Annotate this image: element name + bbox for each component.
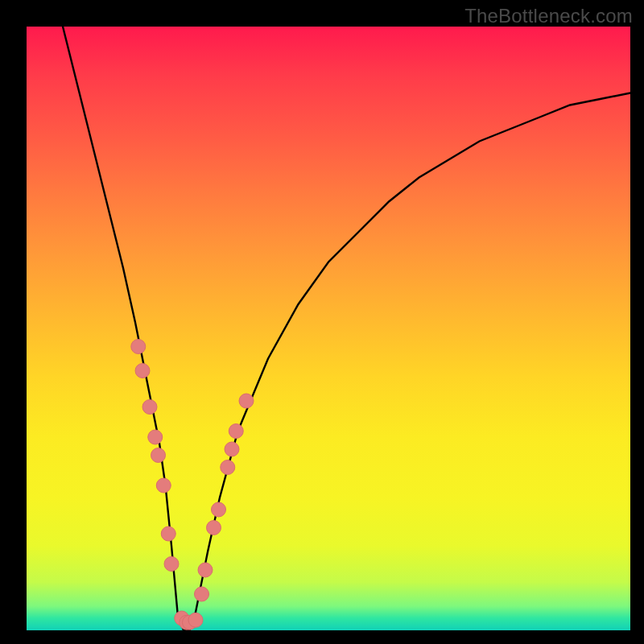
curve-marker [239, 394, 254, 408]
curve-marker [195, 587, 209, 601]
curve-marker [207, 521, 221, 535]
curve-markers [131, 340, 254, 630]
curve-marker [221, 460, 235, 475]
curve-marker [135, 364, 150, 378]
curve-marker [188, 613, 203, 627]
curve-marker [229, 424, 243, 439]
curve-marker [198, 563, 213, 577]
curve-marker [142, 400, 157, 415]
curve-marker [131, 340, 146, 354]
watermark-text: TheBottleneck.com [464, 5, 633, 27]
plot-area [27, 27, 630, 630]
bottleneck-curve [63, 27, 630, 630]
curve-svg [27, 27, 630, 630]
curve-marker [212, 502, 226, 517]
chart-frame: TheBottleneck.com [0, 0, 644, 644]
curve-marker [151, 448, 166, 463]
curve-marker [148, 430, 163, 444]
curve-marker [161, 526, 175, 541]
curve-marker [225, 442, 239, 456]
curve-marker [164, 557, 179, 572]
curve-marker [156, 478, 171, 493]
